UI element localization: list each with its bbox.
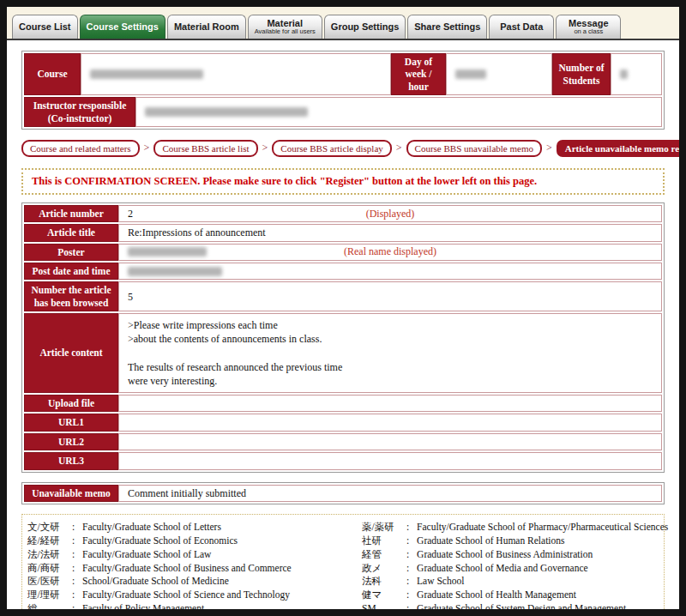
article-detail-table: Article number2(Displayed)Article titleR… [21,202,665,473]
row-value-text: 2 [128,207,133,220]
breadcrumb-separator: > [262,142,268,154]
row-value-text: 5 [128,290,133,304]
main-content: Course Day of week / hour Number of Stud… [7,40,679,609]
row-label: Post date and time [24,263,118,280]
course-label: Course [24,53,81,95]
legend-item: 総:Faculty of Policy Management [27,602,362,609]
row-label: Article content [24,313,118,393]
legend-separator: : [406,521,417,534]
legend-separator: : [72,521,82,534]
row-label: URL1 [24,414,118,431]
unavailable-memo-label: Unavailable memo [24,485,118,502]
row-value: >Please write impressions each time >abo… [118,313,662,393]
tab-course-list[interactable]: Course List [12,15,78,39]
legend-item: 健マ:Graduate School of Health Management [362,589,668,602]
number-of-students-value [611,53,662,95]
legend-separator: : [406,548,417,562]
row-label: Poster [24,244,118,261]
tab-sublabel: on a class [574,28,603,35]
tab-sublabel: Available for all users [255,28,316,35]
legend-desc: Faculty/Graduate School of Business and … [82,562,292,576]
breadcrumb-item-course-bbs-unavailable-memo[interactable]: Course BBS unavailable memo [406,140,542,157]
legend-abbr: 法科 [362,575,406,589]
legend-desc: Faculty/Graduate School of Economics [82,534,238,548]
tab-course-settings[interactable]: Course Settings [80,15,165,39]
tab-share-settings[interactable]: Share Settings [407,15,487,39]
legend-abbr: 理/理研 [27,589,72,602]
row-label: URL2 [24,433,118,450]
faculty-legend: 文/文研:Faculty/Graduate School of Letters経… [21,514,665,609]
legend-abbr: 健マ [362,589,406,602]
row-value: Re:Impressions of announcement [118,224,662,241]
faculty-legend-right-column: 薬/薬研:Faculty/Graduate School of Pharmacy… [362,521,668,609]
tab-label: Group Settings [331,21,399,32]
legend-abbr: 経管 [362,548,406,562]
row-label: Number the article has been browsed [24,281,118,311]
tab-bar: Course ListCourse SettingsMaterial RoomM… [7,7,679,40]
tab-group-settings[interactable]: Group Settings [324,15,406,39]
legend-abbr: 総 [27,602,72,609]
tab-label: Course List [19,21,71,32]
row-label: Upload file [24,395,118,412]
legend-abbr: 政メ [362,562,406,576]
course-value [81,53,391,95]
breadcrumb-item-course-bbs-article-display[interactable]: Course BBS article display [272,140,391,157]
legend-desc: Graduate School of System Design and Man… [417,602,626,609]
redacted-text [128,247,207,257]
legend-separator: : [406,575,417,589]
legend-item: 政メ:Graduate School of Media and Governan… [362,562,668,576]
article-row-article-content: Article content>Please write impressions… [24,313,662,393]
legend-desc: Faculty of Policy Management [82,602,204,609]
legend-desc: Faculty/Graduate School of Pharmacy/Phar… [417,521,668,534]
row-value [118,452,662,469]
legend-abbr: 商/商研 [27,562,72,576]
unavailable-memo-value: Comment initially submitted [118,485,662,502]
breadcrumb-item-course-bbs-article-list[interactable]: Course BBS article list [153,140,257,157]
tab-past-data[interactable]: Past Data [489,15,554,39]
legend-separator: : [406,589,417,602]
legend-separator: : [72,534,82,548]
course-info-table: Course Day of week / hour Number of Stud… [21,51,665,130]
legend-item: 理/理研:Faculty/Graduate School of Science … [27,589,362,602]
legend-separator: : [72,562,82,576]
breadcrumb-separator: > [546,142,552,154]
day-of-week-value [446,53,552,95]
redacted-instructor-value [145,107,308,117]
legend-item: 商/商研:Faculty/Graduate School of Business… [27,562,362,576]
row-label: URL3 [24,452,118,469]
legend-separator: : [406,562,417,576]
unavailable-memo-table: Unavailable memo Comment initially submi… [21,482,665,504]
legend-item: 経/経研:Faculty/Graduate School of Economic… [27,534,362,548]
row-value: 5 [118,281,662,311]
legend-desc: School/Graduate School of Medicine [82,575,229,589]
legend-separator: : [406,534,417,548]
unavailable-memo-row: Unavailable memo Comment initially submi… [24,485,662,502]
article-row-article-number: Article number2(Displayed) [24,205,662,222]
redacted-students-value [620,69,628,79]
legend-desc: Graduate School of Media and Governance [417,562,588,576]
legend-desc: Faculty/Graduate School of Science and T… [82,589,290,602]
legend-abbr: 法/法研 [27,548,72,562]
legend-desc: Graduate School of Business Administrati… [417,548,593,562]
row-value: 2(Displayed) [118,205,662,222]
legend-item: 社研:Graduate School of Human Relations [362,534,668,548]
tab-message[interactable]: Messageon a class [556,15,621,39]
breadcrumb-item-course-and-related-matters[interactable]: Course and related matters [21,140,140,157]
legend-desc: Graduate School of Health Management [417,589,576,602]
article-row-number-the-article-has-been-browsed: Number the article has been browsed5 [24,281,662,311]
row-note: (Displayed) [366,208,415,220]
legend-abbr: 社研 [362,534,406,548]
tab-material-room[interactable]: Material Room [167,15,246,39]
faculty-legend-left-column: 文/文研:Faculty/Graduate School of Letters経… [27,521,362,609]
row-value [118,414,662,431]
tab-material[interactable]: MaterialAvailable for all users [248,15,322,39]
article-row-url3: URL3 [24,452,662,469]
row-value-text: Re:Impressions of announcement [128,226,266,239]
day-of-week-label: Day of week / hour [391,53,446,95]
legend-item: 文/文研:Faculty/Graduate School of Letters [27,521,362,534]
breadcrumb-item-article-unavailable-memo-registration-confirmation: Article unavailable memo registration co… [557,140,679,157]
legend-desc: Law School [417,575,464,589]
article-row-url2: URL2 [24,433,662,450]
row-label: Article number [24,205,118,222]
legend-item: SM:Graduate School of System Design and … [362,602,668,609]
